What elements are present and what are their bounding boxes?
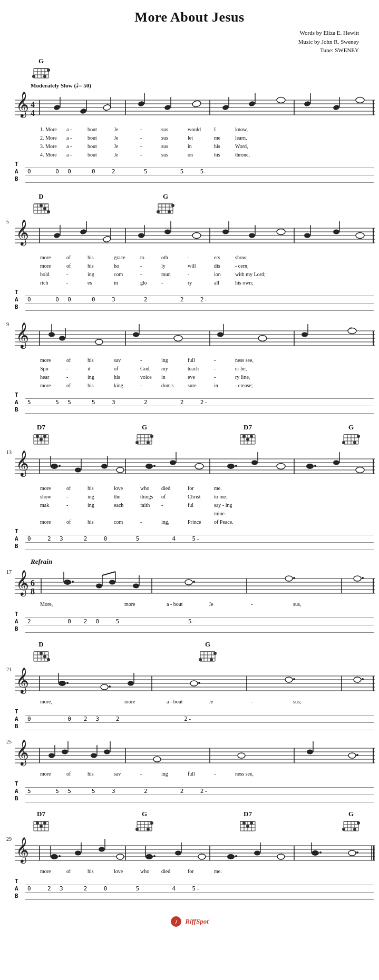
- tab-section-5: T A 2 0 2 0 5 5- B: [5, 611, 374, 633]
- svg-point-310: [348, 753, 356, 758]
- svg-text:𝄞: 𝄞: [16, 668, 29, 694]
- svg-point-11: [43, 75, 46, 78]
- attribution-line2: Music by John R. Sweney: [0, 37, 359, 46]
- svg-point-302: [91, 753, 97, 758]
- svg-point-335: [147, 828, 150, 831]
- svg-point-299: [62, 749, 68, 754]
- svg-point-187: [51, 464, 58, 469]
- chord-diagram-D: [32, 201, 51, 217]
- svg-point-190: [75, 467, 81, 472]
- svg-text:𝄞: 𝄞: [16, 570, 29, 597]
- svg-point-118: [133, 332, 139, 337]
- tab-section-4: T A 0 2 3 2 0 5 4 5- B: [5, 528, 374, 550]
- svg-point-388: [254, 850, 260, 855]
- svg-point-275: [66, 682, 69, 684]
- svg-text:𝄞: 𝄞: [16, 322, 29, 349]
- chord-D-2: D: [32, 640, 51, 664]
- svg-point-392: [319, 851, 322, 854]
- chord-G-4: G: [342, 423, 361, 447]
- tab-section-6: T A 0 0 2 3 2 2- B: [5, 708, 374, 730]
- svg-point-345: [242, 821, 246, 825]
- svg-point-197: [170, 460, 176, 465]
- svg-point-120: [174, 335, 182, 341]
- lyrics-refrain-4: moreofhislovewhodiedforme.: [5, 867, 374, 876]
- lyrics-section-4: moreofhislovewhodiedforme. show-ingtheth…: [5, 484, 374, 526]
- chord-diagram-G-2: [156, 201, 175, 217]
- svg-point-206: [314, 465, 316, 467]
- svg-point-9: [32, 75, 35, 78]
- svg-point-226: [96, 583, 102, 588]
- svg-point-284: [293, 678, 295, 680]
- svg-point-91: [192, 232, 201, 238]
- svg-point-89: [164, 229, 171, 234]
- svg-point-101: [356, 232, 364, 238]
- svg-point-201: [235, 465, 237, 467]
- svg-point-99: [333, 229, 339, 234]
- svg-text:𝄞: 𝄞: [16, 220, 29, 247]
- svg-point-55: [40, 204, 43, 207]
- svg-point-200: [227, 464, 235, 469]
- svg-point-391: [312, 850, 319, 856]
- svg-text:4: 4: [31, 109, 35, 117]
- svg-point-36: [222, 104, 229, 111]
- svg-point-196: [153, 465, 156, 467]
- svg-point-334: [150, 821, 153, 825]
- svg-text:𝄞: 𝄞: [16, 450, 29, 477]
- svg-point-83: [80, 229, 87, 235]
- svg-point-278: [109, 685, 111, 688]
- svg-point-45: [356, 97, 364, 103]
- svg-point-250: [47, 658, 50, 661]
- lyrics-refrain-1: More, morea - boutJe-sus,: [5, 600, 374, 609]
- chord-G-1: G: [32, 57, 51, 81]
- svg-point-202: [251, 460, 258, 465]
- svg-point-192: [101, 464, 108, 468]
- svg-point-114: [59, 336, 65, 340]
- svg-point-204: [277, 463, 285, 469]
- tab-section-3: T A 5 5 5 5 3 2 2 2- B: [5, 391, 374, 414]
- svg-point-306: [153, 757, 161, 762]
- section-5: 17 𝄞 6 8: [5, 567, 374, 633]
- lyrics-refrain-3: moreofhissav-ingfull-ness see,: [5, 769, 374, 779]
- svg-text:♪: ♪: [174, 918, 178, 925]
- tab-section-1: T A 0 0 0 0 2 5 5 5- B: [5, 161, 374, 183]
- svg-point-139: [40, 438, 43, 441]
- section-7: 25 𝄞: [5, 738, 374, 802]
- sheet-music-content: G Moderately Slow (♩= 50): [0, 57, 379, 900]
- section-8: D7 G: [5, 810, 374, 900]
- tab-section-8: T A 0 2 3 2 0 5 4 5- B: [5, 878, 374, 900]
- chord-D7-3: D7: [32, 810, 51, 834]
- svg-point-303: [104, 749, 110, 754]
- svg-point-149: [135, 441, 139, 444]
- chord-diagram-D7-1: [32, 432, 51, 447]
- svg-point-175: [353, 441, 356, 444]
- svg-point-223: [64, 580, 71, 585]
- footer: ♪ RiffSpot: [0, 910, 379, 930]
- chord-D7-2: D7: [238, 423, 257, 447]
- svg-point-281: [190, 681, 198, 686]
- svg-point-322: [43, 821, 46, 825]
- svg-point-87: [138, 233, 144, 238]
- svg-point-394: [348, 850, 356, 856]
- svg-text:o: o: [350, 325, 353, 330]
- svg-point-35: [192, 100, 201, 107]
- svg-point-207: [333, 460, 339, 465]
- svg-point-346: [250, 821, 253, 825]
- staff-section-7: 𝄞: [15, 738, 375, 769]
- chord-G-3: G: [135, 423, 154, 447]
- svg-point-43: [333, 104, 340, 111]
- riffspot-icon: ♪: [170, 916, 182, 927]
- svg-point-194: [116, 467, 124, 473]
- lyrics-section-2: moreofhisgracetooth-ersshow; moreofhisho…: [5, 253, 374, 287]
- svg-point-390: [277, 854, 285, 859]
- chord-D7-1: D7: [32, 423, 51, 447]
- svg-point-29: [103, 104, 111, 111]
- svg-text:𝄞: 𝄞: [16, 92, 29, 119]
- svg-point-387: [235, 855, 237, 857]
- svg-line-230: [102, 572, 115, 575]
- staff-section-2: 𝄞: [15, 218, 375, 253]
- svg-point-40: [277, 97, 285, 103]
- svg-point-262: [210, 658, 213, 661]
- lyrics-refrain-2: more, morea - boutJe-sus;: [5, 697, 374, 707]
- svg-point-298: [48, 753, 55, 758]
- svg-point-67: [157, 210, 160, 213]
